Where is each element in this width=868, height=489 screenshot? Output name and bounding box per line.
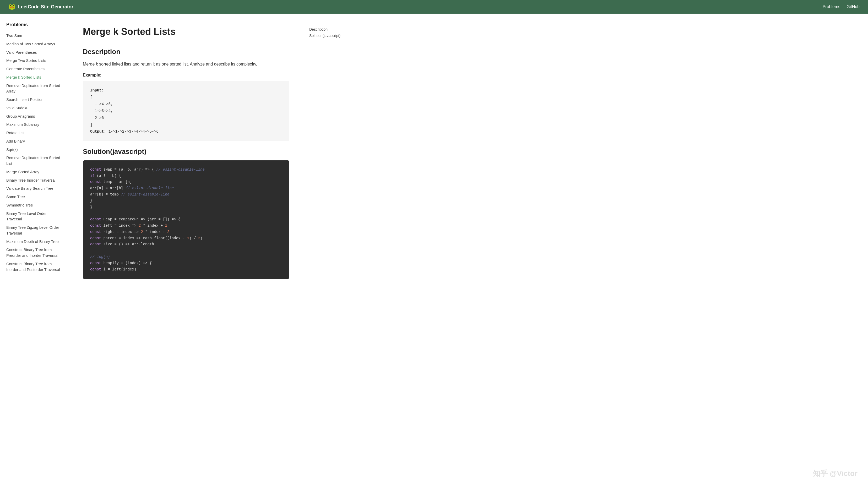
- code-token: * index +: [141, 223, 165, 228]
- toc-items: DescriptionSolution(javascript): [309, 26, 351, 39]
- code-token: temp = arr[a]: [103, 180, 132, 184]
- sidebar-item[interactable]: Median of Two Sorted Arrays: [6, 40, 62, 49]
- sidebar-item[interactable]: Binary Tree Inorder Traversal: [6, 176, 62, 185]
- sidebar-item[interactable]: Two Sum: [6, 32, 62, 40]
- header: 🐸 LeetCode Site Generator Problems GitHu…: [0, 0, 868, 13]
- code-line: arr[b] = temp // eslint-disable-line: [90, 191, 282, 198]
- sidebar-item[interactable]: Remove Duplicates from Sorted List: [6, 154, 62, 168]
- code-token: 1: [165, 223, 167, 228]
- code-token: }: [90, 205, 92, 209]
- toc-item[interactable]: Description: [309, 26, 351, 32]
- code-line: const Heap = compareFn => (arr = []) => …: [90, 216, 282, 223]
- code-token: const: [90, 180, 103, 184]
- sidebar-item[interactable]: Binary Tree Zigzag Level Order Traversal: [6, 223, 62, 238]
- code-token: 2: [138, 223, 141, 228]
- sidebar-item[interactable]: Maximum Depth of Binary Tree: [6, 238, 62, 246]
- code-token: (a !== b) {: [97, 174, 121, 178]
- code-line: // log(n): [90, 254, 282, 260]
- code-token: 2: [198, 236, 200, 240]
- sidebar-item[interactable]: Merge k Sorted Lists: [6, 73, 62, 82]
- code-token: ) /: [189, 236, 198, 240]
- site-title: LeetCode Site Generator: [18, 4, 73, 10]
- code-token: l = left(index): [103, 267, 136, 272]
- code-line: const heapify = (index) => {: [90, 260, 282, 267]
- code-token: const: [90, 267, 103, 272]
- toc: DescriptionSolution(javascript): [304, 13, 356, 489]
- sidebar-item[interactable]: Sqrt(x): [6, 146, 62, 154]
- nav-problems[interactable]: Problems: [823, 4, 840, 9]
- sidebar-item[interactable]: Binary Tree Level Order Traversal: [6, 210, 62, 224]
- sidebar-item[interactable]: Group Anagrams: [6, 113, 62, 121]
- description-text-after: sorted linked lists and return it as one…: [98, 62, 257, 66]
- code-line: const left = index => 2 * index + 1: [90, 223, 282, 229]
- code-line: const right = index => 2 * index + 2: [90, 229, 282, 235]
- code-token: swap = (a, b, arr) => {: [103, 167, 156, 172]
- code-token: parent = index => Math.floor((index -: [103, 236, 187, 240]
- sidebar-item[interactable]: Valid Sudoku: [6, 104, 62, 113]
- main-content: Merge k Sorted Lists Description Merge k…: [68, 13, 304, 489]
- code-token: 2: [167, 230, 169, 234]
- input-line-3: 1->3->4,: [90, 109, 113, 113]
- solution-title: Solution(javascript): [83, 148, 289, 156]
- sidebar-item[interactable]: Symmetric Tree: [6, 201, 62, 210]
- sidebar-item[interactable]: Valid Parentheses: [6, 49, 62, 57]
- code-token: // eslint-disable-line: [121, 192, 169, 196]
- code-token: }: [90, 198, 92, 203]
- layout: Problems Two SumMedian of Two Sorted Arr…: [0, 13, 868, 489]
- example-label: Example:: [83, 73, 289, 78]
- sidebar-item[interactable]: Generate Parentheses: [6, 65, 62, 73]
- code-line: [90, 248, 282, 254]
- toc-item[interactable]: Solution(javascript): [309, 32, 351, 39]
- sidebar-item[interactable]: Merge Two Sorted Lists: [6, 57, 62, 65]
- input-line-2: 1->4->5,: [90, 102, 113, 106]
- solution-section: Solution(javascript) const swap = (a, b,…: [83, 148, 289, 279]
- logo-area: 🐸 LeetCode Site Generator: [8, 3, 73, 10]
- sidebar-item[interactable]: Validate Binary Search Tree: [6, 184, 62, 193]
- nav-github[interactable]: GitHub: [846, 4, 860, 9]
- description-section: Description Merge k sorted linked lists …: [83, 48, 289, 141]
- code-token: // log(n): [90, 255, 110, 259]
- example-block: Input: [ 1->4->5, 1->3->4, 2->6 ] Output…: [83, 81, 289, 141]
- code-line: [90, 210, 282, 216]
- code-line: if (a !== b) {: [90, 173, 282, 179]
- input-line-1: [: [90, 95, 93, 99]
- code-token: arr[a] = arr[b]: [90, 186, 125, 190]
- code-line: const swap = (a, b, arr) => { // eslint-…: [90, 167, 282, 173]
- code-token: ): [200, 236, 202, 240]
- code-token: // eslint-disable-line: [125, 186, 174, 190]
- code-token: const: [90, 261, 103, 265]
- code-token: const: [90, 242, 103, 246]
- code-token: * index +: [143, 230, 167, 234]
- output-value: 1->1->2->3->4->4->5->6: [108, 129, 159, 134]
- code-line: }: [90, 204, 282, 210]
- input-label: Input:: [90, 88, 104, 92]
- sidebar-item[interactable]: Same Tree: [6, 193, 62, 201]
- nav-links: Problems GitHub: [823, 4, 860, 9]
- sidebar: Problems Two SumMedian of Two Sorted Arr…: [0, 13, 68, 489]
- sidebar-item[interactable]: Remove Duplicates from Sorted Array: [6, 82, 62, 96]
- code-token: const: [90, 167, 103, 172]
- sidebar-items: Two SumMedian of Two Sorted ArraysValid …: [6, 32, 62, 274]
- sidebar-item[interactable]: Merge Sorted Array: [6, 168, 62, 176]
- logo-icon: 🐸: [8, 3, 16, 10]
- code-line: const temp = arr[a]: [90, 179, 282, 185]
- code-token: const: [90, 217, 103, 221]
- code-line: arr[a] = arr[b] // eslint-disable-line: [90, 185, 282, 191]
- sidebar-item[interactable]: Add Binary: [6, 137, 62, 146]
- code-token: Heap = compareFn => (arr = []) => {: [103, 217, 180, 221]
- code-token: // eslint-disable-line: [156, 167, 205, 172]
- sidebar-item[interactable]: Construct Binary Tree from Preorder and …: [6, 246, 62, 260]
- code-token: right = index =>: [103, 230, 141, 234]
- sidebar-item[interactable]: Rotate List: [6, 129, 62, 137]
- sidebar-item[interactable]: Construct Binary Tree from Inorder and P…: [6, 260, 62, 274]
- sidebar-item[interactable]: Search Insert Position: [6, 96, 62, 104]
- code-token: 2: [141, 230, 143, 234]
- code-token: const: [90, 223, 103, 228]
- description-text: Merge k sorted linked lists and return i…: [83, 61, 289, 68]
- sidebar-item[interactable]: Maximum Subarray: [6, 121, 62, 129]
- code-line: const size = () => arr.length: [90, 241, 282, 248]
- code-token: left = index =>: [103, 223, 138, 228]
- code-line: const parent = index => Math.floor((inde…: [90, 235, 282, 242]
- code-token: if: [90, 174, 97, 178]
- code-token: const: [90, 230, 103, 234]
